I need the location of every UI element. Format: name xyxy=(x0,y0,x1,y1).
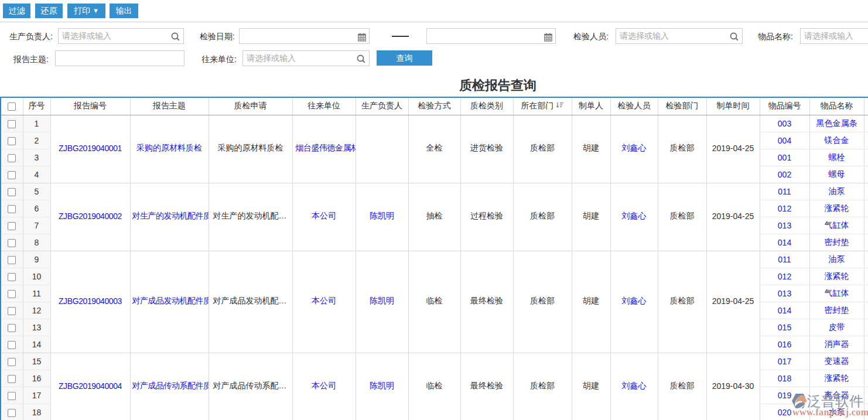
svg-text:泛普软件: 泛普软件 xyxy=(807,393,863,409)
svg-text:www.fanpukj.com: www.fanpukj.com xyxy=(792,407,868,418)
